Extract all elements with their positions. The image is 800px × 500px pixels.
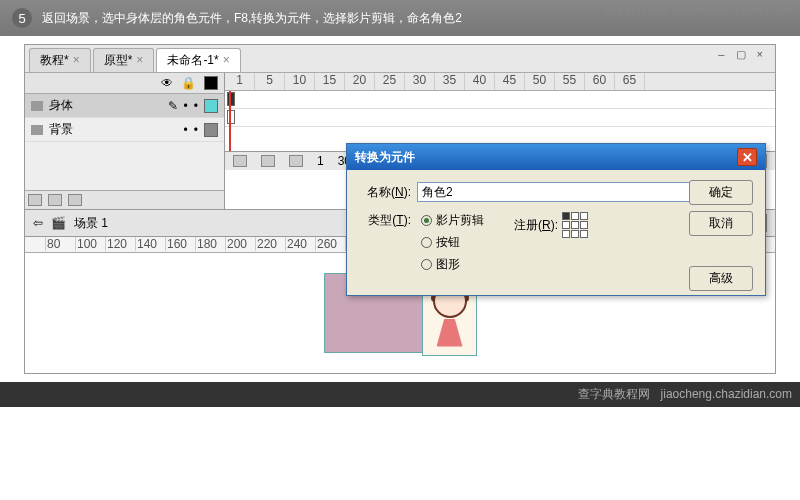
radio-graphic[interactable]: 图形: [421, 256, 484, 273]
registration-grid[interactable]: [562, 212, 588, 238]
layer-icon: [31, 101, 43, 111]
layer-header: 👁 🔒: [25, 73, 224, 94]
convert-to-symbol-dialog: 转换为元件 ✕ 名称(N): 类型(T): 影片剪辑 按钮 图形 注册(R): …: [346, 143, 766, 296]
document-tabs: 教程*× 原型*× 未命名-1*× – ▢ ×: [25, 45, 775, 73]
scene-label[interactable]: 场景 1: [74, 215, 108, 232]
page-footer: 查字典教程网 jiaocheng.chazidian.com: [0, 382, 800, 407]
back-icon[interactable]: ⇦: [33, 216, 43, 230]
radio-movieclip[interactable]: 影片剪辑: [421, 212, 484, 229]
frame-ruler: 15101520253035404550556065: [225, 73, 775, 91]
color-swatch[interactable]: [204, 99, 218, 113]
layer-body[interactable]: 身体 ✎ ••: [25, 94, 224, 118]
color-swatch[interactable]: [204, 123, 218, 137]
dialog-title: 转换为元件: [355, 149, 415, 166]
dialog-titlebar[interactable]: 转换为元件 ✕: [347, 144, 765, 170]
new-folder-icon[interactable]: [48, 194, 62, 206]
cancel-button[interactable]: 取消: [689, 211, 753, 236]
type-label: 类型(T):: [361, 212, 411, 229]
close-icon[interactable]: ×: [73, 53, 80, 67]
onion-icon[interactable]: [233, 155, 247, 167]
advanced-button[interactable]: 高级: [689, 266, 753, 291]
tab-prototype[interactable]: 原型*×: [93, 48, 155, 72]
delete-layer-icon[interactable]: [68, 194, 82, 206]
close-icon[interactable]: ×: [223, 53, 230, 67]
window-controls[interactable]: – ▢ ×: [718, 48, 771, 72]
tab-untitled[interactable]: 未命名-1*×: [156, 48, 240, 72]
eye-icon[interactable]: 👁: [161, 76, 173, 90]
close-icon[interactable]: ✕: [737, 148, 757, 166]
layer-icon: [31, 125, 43, 135]
current-frame: 1: [317, 154, 324, 168]
layer-toolbar: [25, 190, 224, 209]
name-label: 名称(N):: [361, 184, 411, 201]
onion-icon[interactable]: [289, 155, 303, 167]
step-text: 返回场景，选中身体层的角色元件，F8,转换为元件，选择影片剪辑，命名角色2: [42, 10, 462, 27]
layer-list: 👁 🔒 身体 ✎ •• 背景 ••: [25, 73, 225, 209]
scene-icon: 🎬: [51, 216, 66, 230]
playhead[interactable]: [229, 91, 231, 151]
close-icon[interactable]: ×: [136, 53, 143, 67]
register-label: 注册(R):: [514, 217, 558, 234]
radio-button[interactable]: 按钮: [421, 234, 484, 251]
onion-icon[interactable]: [261, 155, 275, 167]
tab-tutorial[interactable]: 教程*×: [29, 48, 91, 72]
watermark: 思缘设计论坛 WWW.MISSYUAN.COM: [603, 2, 792, 17]
outline-icon[interactable]: [204, 76, 218, 90]
lock-icon[interactable]: 🔒: [181, 76, 196, 90]
dress-shape: [437, 319, 463, 347]
step-number: 5: [12, 8, 32, 28]
ok-button[interactable]: 确定: [689, 180, 753, 205]
footer-brand: 查字典教程网: [578, 387, 650, 401]
footer-url: jiaocheng.chazidian.com: [661, 387, 792, 401]
layer-background[interactable]: 背景 ••: [25, 118, 224, 142]
new-layer-icon[interactable]: [28, 194, 42, 206]
layer-label: 背景: [49, 121, 73, 138]
layer-label: 身体: [49, 97, 73, 114]
